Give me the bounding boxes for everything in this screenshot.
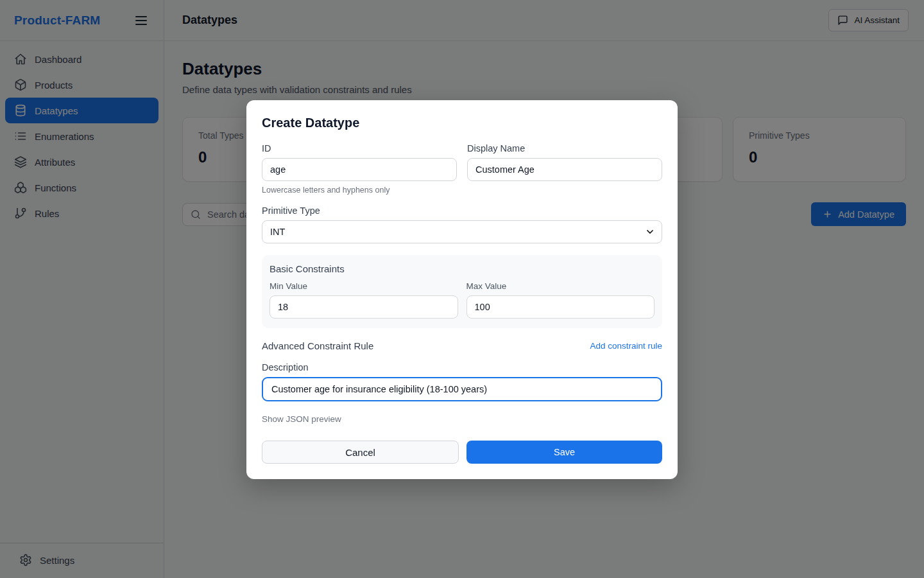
display-name-label: Display Name: [467, 143, 662, 153]
display-name-field-group: Display Name: [467, 143, 662, 195]
description-input[interactable]: [262, 377, 662, 401]
primitive-type-group: Primitive Type INT: [262, 206, 662, 243]
min-value-group: Min Value: [270, 281, 458, 319]
id-label: ID: [262, 143, 457, 153]
basic-constraints-panel: Basic Constraints Min Value Max Value: [262, 255, 662, 328]
primitive-type-select[interactable]: INT: [262, 220, 662, 243]
description-group: Description: [262, 362, 662, 401]
primitive-type-label: Primitive Type: [262, 206, 662, 216]
display-name-input[interactable]: [467, 158, 662, 181]
id-help-text: Lowercase letters and hyphens only: [262, 186, 457, 195]
max-value-label: Max Value: [466, 281, 655, 291]
max-value-group: Max Value: [466, 281, 655, 319]
id-name-row: ID Lowercase letters and hyphens only Di…: [262, 143, 662, 195]
min-value-input[interactable]: [270, 295, 458, 319]
max-value-input[interactable]: [466, 295, 655, 319]
add-constraint-rule-link[interactable]: Add constraint rule: [590, 341, 662, 351]
min-value-label: Min Value: [270, 281, 458, 291]
cancel-button[interactable]: Cancel: [262, 441, 459, 464]
modal-actions: Cancel Save: [262, 441, 662, 464]
create-datatype-modal: Create Datatype ID Lowercase letters and…: [246, 100, 678, 479]
show-json-preview-toggle[interactable]: Show JSON preview: [262, 414, 341, 424]
description-label: Description: [262, 362, 662, 372]
advanced-constraint-label: Advanced Constraint Rule: [262, 340, 373, 351]
basic-constraints-title: Basic Constraints: [270, 263, 654, 274]
modal-title: Create Datatype: [262, 116, 662, 130]
advanced-constraint-row: Advanced Constraint Rule Add constraint …: [262, 340, 662, 351]
save-button[interactable]: Save: [466, 441, 662, 464]
id-field-group: ID Lowercase letters and hyphens only: [262, 143, 457, 195]
id-input[interactable]: [262, 158, 457, 181]
